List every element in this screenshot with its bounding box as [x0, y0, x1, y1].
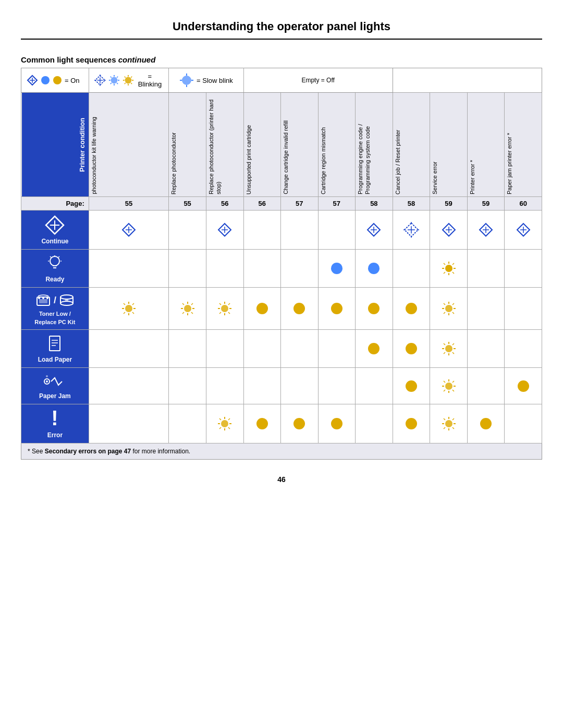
svg-point-137	[368, 343, 380, 354]
svg-point-176	[445, 420, 452, 427]
svg-point-173	[293, 418, 305, 429]
svg-line-99	[132, 303, 134, 305]
svg-line-182	[452, 427, 454, 429]
main-table: = On	[21, 68, 542, 460]
svg-point-4	[53, 76, 62, 84]
svg-point-87	[60, 295, 73, 299]
continue-row: Continue	[21, 211, 542, 250]
svg-line-181	[444, 418, 445, 420]
svg-line-160	[444, 390, 445, 391]
svg-line-183	[452, 418, 454, 420]
svg-line-115	[219, 303, 221, 305]
svg-line-144	[444, 343, 445, 345]
svg-line-29	[124, 83, 125, 84]
svg-point-71	[331, 263, 342, 274]
toner-row: / Toner Low / Replace PC Kit	[21, 288, 542, 330]
svg-point-122	[368, 303, 380, 314]
svg-line-17	[110, 77, 111, 78]
svg-point-138	[406, 343, 417, 354]
svg-point-91	[65, 299, 68, 302]
svg-point-172	[256, 418, 268, 429]
svg-rect-133	[50, 336, 60, 351]
page-number: 46	[21, 475, 542, 484]
svg-point-110	[221, 305, 228, 312]
svg-line-100	[124, 312, 125, 314]
svg-point-161	[518, 380, 529, 392]
page-numbers-row: Page: 55 55 56 56 57 57 58 58 59 59 60	[21, 197, 542, 211]
svg-point-72	[368, 263, 380, 274]
svg-line-168	[219, 418, 221, 420]
legend-row: = On	[21, 68, 542, 93]
svg-line-107	[191, 312, 193, 314]
svg-line-171	[219, 427, 221, 429]
svg-point-12	[111, 77, 117, 84]
svg-point-73	[445, 265, 452, 272]
svg-line-129	[444, 303, 445, 305]
svg-text:!: !	[52, 409, 58, 429]
svg-line-108	[191, 303, 193, 305]
svg-line-117	[228, 303, 230, 305]
svg-point-3	[41, 76, 50, 84]
error-row: ! Error	[21, 404, 542, 443]
svg-line-26	[124, 77, 125, 78]
svg-line-146	[452, 343, 454, 345]
svg-line-97	[124, 303, 125, 305]
svg-point-84	[38, 297, 40, 299]
svg-line-169	[228, 427, 230, 429]
svg-line-131	[452, 303, 454, 305]
svg-line-18	[117, 83, 118, 84]
svg-line-79	[452, 272, 454, 274]
svg-point-174	[331, 418, 342, 429]
svg-line-158	[452, 390, 454, 391]
svg-line-20	[110, 83, 111, 84]
svg-line-132	[444, 312, 445, 314]
paper-jam-row: Paper Jam	[21, 368, 542, 404]
svg-point-149	[46, 380, 48, 382]
load-paper-row: Load Paper	[21, 330, 542, 368]
svg-line-80	[452, 263, 454, 265]
footnote-row: * See Secondary errors on page 47 for mo…	[21, 443, 542, 460]
svg-point-152	[445, 382, 452, 390]
svg-point-123	[406, 303, 417, 314]
svg-point-124	[445, 305, 452, 312]
svg-line-78	[444, 263, 445, 265]
svg-line-184	[444, 427, 445, 429]
svg-point-90	[60, 301, 73, 305]
svg-point-121	[331, 303, 342, 314]
svg-point-150	[46, 375, 48, 377]
section-title: Common light sequences continued	[21, 55, 155, 64]
svg-point-139	[445, 345, 452, 352]
svg-line-145	[452, 352, 454, 354]
footnote-text: * See Secondary errors on page 47 for mo…	[21, 443, 542, 460]
svg-line-109	[182, 312, 184, 314]
svg-point-120	[293, 303, 305, 314]
svg-line-159	[452, 381, 454, 382]
svg-point-101	[184, 305, 191, 312]
svg-rect-83	[39, 299, 47, 303]
column-headers-row: Printer condition photoconductor kit lif…	[21, 93, 542, 197]
svg-point-21	[125, 77, 131, 84]
svg-point-30	[182, 76, 191, 85]
svg-point-185	[480, 418, 492, 429]
svg-point-85	[42, 297, 44, 299]
svg-line-67	[58, 256, 59, 257]
svg-point-92	[125, 305, 132, 312]
svg-line-69	[50, 256, 51, 257]
svg-line-27	[131, 83, 132, 84]
svg-point-163	[221, 420, 228, 427]
svg-line-81	[444, 272, 445, 274]
printer-condition-header: Printer condition	[21, 93, 89, 197]
svg-point-63	[50, 256, 59, 266]
svg-line-106	[182, 303, 184, 305]
svg-line-147	[444, 352, 445, 354]
svg-line-130	[452, 312, 454, 314]
svg-line-157	[444, 381, 445, 382]
page-title: Understanding the operator panel lights	[21, 10, 542, 40]
svg-point-151	[406, 380, 417, 392]
ready-row: Ready	[21, 250, 542, 288]
svg-line-98	[132, 312, 134, 314]
svg-point-86	[46, 297, 48, 299]
svg-line-118	[219, 312, 221, 314]
svg-line-116	[228, 312, 230, 314]
svg-line-19	[117, 77, 118, 78]
